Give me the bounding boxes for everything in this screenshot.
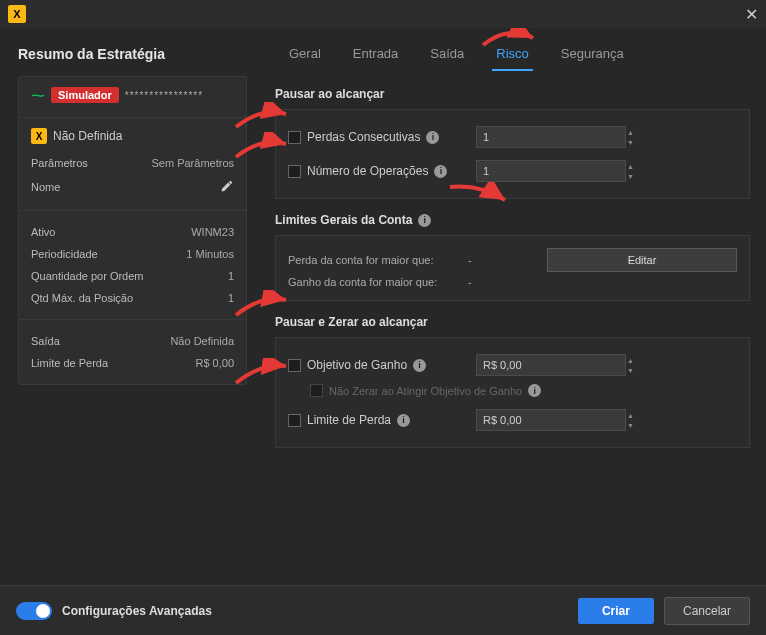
chevron-down-icon[interactable]: ▼ bbox=[627, 365, 634, 375]
info-icon[interactable]: i bbox=[434, 165, 447, 178]
summary-row: Quantidade por Ordem1 bbox=[31, 265, 234, 287]
params-value: Sem Parâmetros bbox=[151, 157, 234, 169]
gain-target-checkbox[interactable] bbox=[288, 359, 301, 372]
create-button[interactable]: Criar bbox=[578, 598, 654, 624]
tab-risco[interactable]: Risco bbox=[492, 38, 533, 71]
loss-limit-label: Limite de Perda bbox=[307, 413, 391, 427]
pause-zero-title: Pausar e Zerar ao alcançar bbox=[275, 315, 750, 329]
pause-reach-title: Pausar ao alcançar bbox=[275, 87, 750, 101]
account-limits-title: Limites Gerais da Conta bbox=[275, 213, 412, 227]
advanced-toggle-label: Configurações Avançadas bbox=[62, 604, 212, 618]
summary-row: SaídaNão Definida bbox=[31, 330, 234, 352]
gain-target-label: Objetivo de Ganho bbox=[307, 358, 407, 372]
app-logo: X bbox=[8, 5, 26, 23]
consec-losses-label: Perdas Consecutivas bbox=[307, 130, 420, 144]
tab-seguranca[interactable]: Segurança bbox=[557, 38, 628, 71]
pencil-icon[interactable] bbox=[220, 179, 234, 195]
summary-row: Limite de PerdaR$ 0,00 bbox=[31, 352, 234, 374]
num-ops-label: Número de Operações bbox=[307, 164, 428, 178]
advanced-toggle[interactable] bbox=[16, 602, 52, 620]
consec-losses-input[interactable]: ▲▼ bbox=[476, 126, 626, 148]
chevron-down-icon[interactable]: ▼ bbox=[627, 137, 634, 147]
loss-limit-checkbox[interactable] bbox=[288, 414, 301, 427]
summary-row: AtivoWINM23 bbox=[31, 221, 234, 243]
chevron-up-icon[interactable]: ▲ bbox=[627, 410, 634, 420]
close-icon[interactable]: ✕ bbox=[745, 5, 758, 24]
chevron-up-icon[interactable]: ▲ bbox=[627, 355, 634, 365]
chevron-up-icon[interactable]: ▲ bbox=[627, 161, 634, 171]
masked-name: **************** bbox=[125, 90, 203, 101]
params-label: Parâmetros bbox=[31, 157, 88, 169]
num-ops-input[interactable]: ▲▼ bbox=[476, 160, 626, 182]
sidebar-title: Resumo da Estratégia bbox=[18, 46, 247, 62]
tab-geral[interactable]: Geral bbox=[285, 38, 325, 71]
chevron-up-icon[interactable]: ▲ bbox=[627, 127, 634, 137]
account-loss-label: Perda da conta for maior que: bbox=[288, 254, 468, 266]
info-icon[interactable]: i bbox=[528, 384, 541, 397]
cancel-button[interactable]: Cancelar bbox=[664, 597, 750, 625]
no-zero-checkbox bbox=[310, 384, 323, 397]
strategy-name: Não Definida bbox=[53, 129, 122, 143]
consec-losses-checkbox[interactable] bbox=[288, 131, 301, 144]
gain-target-input[interactable]: ▲▼ bbox=[476, 354, 626, 376]
account-gain-value: - bbox=[468, 276, 478, 288]
account-loss-value: - bbox=[468, 254, 478, 266]
info-icon[interactable]: i bbox=[418, 214, 431, 227]
info-icon[interactable]: i bbox=[413, 359, 426, 372]
tab-entrada[interactable]: Entrada bbox=[349, 38, 403, 71]
summary-row: Qtd Máx. da Posição1 bbox=[31, 287, 234, 309]
name-label: Nome bbox=[31, 181, 60, 193]
simulator-badge: Simulador bbox=[51, 87, 119, 103]
no-zero-label: Não Zerar ao Atingir Objetivo de Ganho bbox=[329, 385, 522, 397]
edit-account-limits-button[interactable]: Editar bbox=[547, 248, 737, 272]
account-gain-label: Ganho da conta for maior que: bbox=[288, 276, 468, 288]
num-ops-checkbox[interactable] bbox=[288, 165, 301, 178]
strategy-icon: X bbox=[31, 128, 47, 144]
loss-limit-input[interactable]: ▲▼ bbox=[476, 409, 626, 431]
info-icon[interactable]: i bbox=[397, 414, 410, 427]
tab-saida[interactable]: Saída bbox=[426, 38, 468, 71]
pulse-icon: ⁓ bbox=[31, 87, 45, 103]
info-icon[interactable]: i bbox=[426, 131, 439, 144]
summary-row: Periodicidade1 Minutos bbox=[31, 243, 234, 265]
chevron-down-icon[interactable]: ▼ bbox=[627, 171, 634, 181]
chevron-down-icon[interactable]: ▼ bbox=[627, 420, 634, 430]
